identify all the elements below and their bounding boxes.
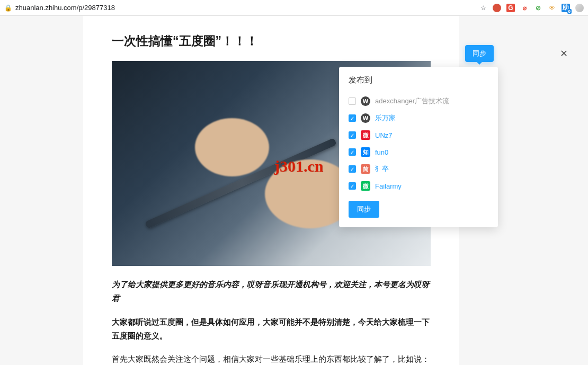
extension-icon[interactable]: [493, 4, 501, 12]
destination-label: fun0: [375, 148, 388, 156]
destination-row[interactable]: ✓ 微 UNz7: [349, 127, 488, 144]
extension-icon[interactable]: G: [506, 4, 515, 12]
checkbox-icon[interactable]: [349, 97, 356, 105]
zhihu-icon: 知: [361, 147, 370, 157]
destination-row[interactable]: ✓ W 乐万家: [349, 110, 488, 127]
extension-icon[interactable]: ⌀: [520, 4, 529, 12]
jianshu-icon: 简: [361, 164, 370, 174]
wordpress-icon: W: [361, 96, 370, 106]
destination-row[interactable]: ✓ 简 犭卒: [349, 161, 488, 177]
url-text[interactable]: zhuanlan.zhihu.com/p/29877318: [15, 4, 115, 12]
watermark-text: j301.cn: [274, 157, 324, 175]
destination-row[interactable]: ✓ 微 Failarmy: [349, 177, 488, 194]
checkbox-icon[interactable]: ✓: [349, 131, 356, 139]
destination-row[interactable]: W adexchanger广告技术流: [349, 93, 488, 110]
article-paragraph: 大家都听说过五度圈，但是具体如何应用，大家可能并不是特别清楚，今天给大家梳理一下…: [112, 315, 431, 343]
lock-icon: 🔒: [4, 4, 12, 12]
extension-icon[interactable]: ⊘: [534, 4, 542, 12]
article-paragraph: 为了给大家提供更多更好的音乐内容，哎呀音乐现开通机构号，欢迎关注，本号更名为哎呀…: [112, 278, 431, 306]
checkbox-icon[interactable]: ✓: [349, 182, 356, 190]
checkbox-icon[interactable]: ✓: [349, 165, 356, 173]
popup-title: 发布到: [349, 75, 488, 85]
extension-icon[interactable]: 👁: [548, 4, 556, 12]
browser-address-bar: 🔒 zhuanlan.zhihu.com/p/29877318 ☆ G ⌀ ⊘ …: [0, 0, 588, 16]
article-paragraph: 首先大家既然会关注这个问题，相信大家对一些基础乐理上的东西都比较了解了，比如说：…: [112, 352, 431, 365]
destination-label: 犭卒: [375, 164, 389, 174]
extension-icon[interactable]: 助: [562, 4, 570, 12]
article-title: 一次性搞懂“五度圈”！！！: [112, 33, 431, 49]
destination-row[interactable]: ✓ 知 fun0: [349, 144, 488, 161]
destination-label: 乐万家: [375, 113, 396, 123]
checkbox-icon[interactable]: ✓: [349, 148, 356, 156]
close-icon[interactable]: ✕: [560, 48, 568, 59]
destination-label: Failarmy: [375, 182, 402, 190]
publish-popup: 发布到 W adexchanger广告技术流 ✓ W 乐万家 ✓ 微 UNz7 …: [339, 67, 498, 227]
destination-label: adexchanger广告技术流: [375, 96, 449, 106]
wordpress-icon: W: [361, 113, 370, 123]
checkbox-icon[interactable]: ✓: [349, 114, 356, 122]
weibo-icon: 微: [361, 130, 370, 140]
hero-image-shape: [195, 118, 269, 176]
wechat-icon: 微: [361, 181, 370, 191]
destination-label: UNz7: [375, 131, 393, 139]
sync-button[interactable]: 同步: [349, 201, 379, 218]
sync-tab-button[interactable]: 同步: [465, 45, 494, 62]
page-viewport: 一次性搞懂“五度圈”！！！ j301.cn 为了给大家提供更多更好的音乐内容，哎…: [0, 16, 588, 365]
browser-extensions: ☆ G ⌀ ⊘ 👁 助: [479, 4, 584, 12]
bookmark-star-icon[interactable]: ☆: [479, 4, 487, 12]
profile-avatar[interactable]: [575, 4, 584, 12]
